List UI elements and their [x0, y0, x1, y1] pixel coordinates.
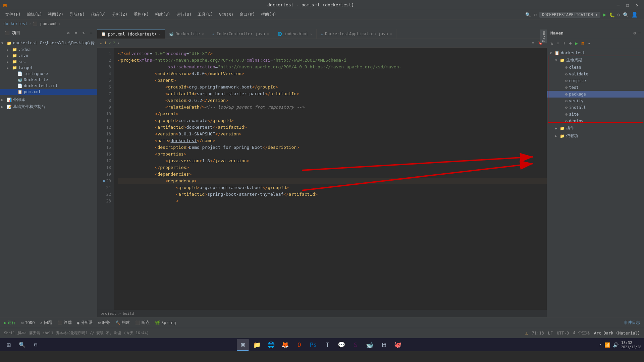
toolbar-chevron[interactable]: ▾ [117, 41, 120, 45]
taskbar-ps-icon[interactable]: Ps [307, 339, 319, 351]
problems-btn[interactable]: ⚠ 问题 [40, 320, 52, 325]
maven-item-plugins[interactable]: ▶ 📁 插件 [547, 124, 644, 132]
status-indent[interactable]: 4 个空格 [573, 330, 590, 336]
sidebar-item-gitignore[interactable]: ▶ 📄 .gitignore [0, 71, 97, 77]
taskbar-docker-icon[interactable]: 🐋 [364, 339, 376, 351]
search-button[interactable]: 🔍 [623, 12, 629, 17]
sidebar-item-src[interactable]: ▶ 📁 src [0, 59, 97, 65]
sidebar-item-idea[interactable]: ▶ 📁 .idea [0, 47, 97, 53]
menu-code[interactable]: 代码(O) [88, 11, 109, 18]
user-icon[interactable]: 👤 [631, 11, 638, 18]
status-position[interactable]: 71:13 [532, 331, 544, 336]
taskbar-gitkraken-icon[interactable]: 🐙 [392, 339, 404, 351]
title-bar-controls[interactable]: ─ ❐ ✕ [615, 2, 641, 8]
code-content[interactable]: <?xml version="1.0" encoding="UTF-8"?> <… [114, 48, 547, 310]
debug-button[interactable]: 🐛 [609, 12, 615, 17]
maven-item-validate[interactable]: ▶ ⚙ validate [547, 71, 644, 77]
taskbar-intellij-icon[interactable]: ▣ [237, 339, 249, 351]
breakpoints-btn[interactable]: ⬛ 断点 [135, 320, 150, 325]
status-lineending[interactable]: LF [548, 331, 553, 336]
taskbar-network-icon[interactable]: 📶 [604, 342, 610, 348]
breadcrumb-project[interactable]: dockertest [3, 21, 28, 26]
sidebar-item-iml[interactable]: ▶ 📄 dockertest.iml [0, 83, 97, 89]
tab-pomxml[interactable]: 📋 pom.xml (dockertest) ✕ [97, 29, 165, 39]
search-everywhere-icon[interactable]: 🔍 [525, 12, 531, 17]
services-btn[interactable]: ⚙ 服务 [98, 320, 110, 325]
sidebar-item-dockertest[interactable]: ▼ 📁 dockertest C:\Users\Jie\Desktop\传 [0, 40, 97, 47]
build-btn[interactable]: 🔨 构建 [115, 320, 130, 325]
maven-item-verify[interactable]: ▶ ⚙ verify [547, 98, 644, 104]
taskbar-taskview-icon[interactable]: ⊟ [30, 339, 42, 351]
maven-item-install[interactable]: ▶ ⚙ install [547, 104, 644, 111]
run-button[interactable]: ▶ [603, 11, 606, 18]
settings-button[interactable]: ⚙ [618, 12, 620, 17]
menu-tools[interactable]: 工具(L) [195, 11, 216, 18]
tab-dockerfile[interactable]: 🐋 Dockerfile ✕ [165, 29, 208, 39]
terminal-btn[interactable]: ⬛ 终端 [57, 320, 72, 325]
menu-build[interactable]: 构建(B) [152, 11, 173, 18]
maven-item-test[interactable]: ▶ ⚙ test [547, 84, 644, 91]
maven-settings-icon[interactable]: ⚙ [633, 31, 636, 36]
taskbar-clock[interactable]: 18:322021/12/28 [621, 341, 641, 349]
sidebar-close-icon[interactable]: ─ [88, 30, 94, 36]
status-encoding[interactable]: UTF-8 [557, 331, 569, 336]
maven-run-icon[interactable]: ▶ [574, 40, 579, 47]
structure-icon[interactable]: ≡ [530, 41, 535, 46]
spring-btn[interactable]: 🌿 Spring [155, 320, 176, 325]
menu-file[interactable]: 文件(F) [3, 11, 23, 18]
tab-indexcontroller[interactable]: ☕ IndexController.java ✕ [208, 29, 273, 39]
sidebar-item-pomxml[interactable]: ▶ 📋 pom.xml [0, 89, 97, 95]
tab-indexhtml-close[interactable]: ✕ [310, 32, 312, 36]
windows-start-button[interactable]: ⊞ [3, 339, 15, 351]
maven-refresh-icon[interactable]: ↻ [549, 40, 554, 47]
menu-vcs[interactable]: VCS(S) [216, 11, 236, 18]
taskbar-office-icon[interactable]: O [293, 339, 305, 351]
maven-item-package[interactable]: ▶ ⚙ package [547, 91, 644, 98]
sidebar-item-target[interactable]: ▶ 📁 target [0, 65, 97, 71]
maven-item-deploy[interactable]: ▶ ⚙ deploy [547, 118, 644, 124]
menu-view[interactable]: 视图(V) [45, 11, 66, 18]
maven-download-icon[interactable]: ⬇ [555, 40, 560, 47]
tab-dockerfile-close[interactable]: ✕ [202, 32, 204, 36]
tab-dockertestapp[interactable]: ☕ DockertestApplication.java ✕ [317, 29, 396, 39]
maven-item-clean[interactable]: ▶ ⚙ clean [547, 64, 644, 71]
menu-refactor[interactable]: 重构(R) [131, 11, 152, 18]
taskbar-system-tray[interactable]: ∧ [599, 343, 602, 347]
taskbar-search-icon[interactable]: 🔍 [16, 339, 28, 351]
taskbar-typora-icon[interactable]: T [321, 339, 333, 351]
maven-minimize-icon[interactable]: ─ [638, 31, 641, 36]
maximize-button[interactable]: ❐ [624, 2, 631, 8]
todo-btn[interactable]: ☑ TODO [21, 320, 35, 325]
navbar-icon[interactable]: ⚙ [534, 12, 536, 17]
menu-analyze[interactable]: 分析(Z) [109, 11, 130, 18]
taskbar-firefox-icon[interactable]: 🦊 [279, 339, 291, 351]
taskbar-slack-icon[interactable]: S [350, 339, 362, 351]
tab-dockertestapp-close[interactable]: ✕ [390, 32, 392, 36]
taskbar-teams-icon[interactable]: 💬 [335, 339, 347, 351]
menu-help[interactable]: 帮助(H) [258, 11, 279, 18]
sidebar-layout-icon[interactable]: ≡ [73, 30, 79, 36]
tab-pomxml-close[interactable]: ✕ [159, 32, 161, 36]
run-config-dropdown[interactable]: DOCKERTESTAPPLICATION ▾ [539, 12, 600, 18]
maven-item-site[interactable]: ▶ ⚙ site [547, 111, 644, 118]
menu-window[interactable]: 窗口(W) [237, 11, 258, 18]
sidebar-gear-icon[interactable]: ⚙ [65, 30, 72, 36]
maven-download2-icon[interactable]: ⬇ [561, 40, 567, 47]
sidebar-item-extlibs[interactable]: ▶ 📊 外部库 [0, 96, 97, 103]
maven-item-lifecycle[interactable]: ▼ 📁 生命周期 [547, 56, 644, 64]
taskbar-explorer-icon[interactable]: 📁 [251, 339, 263, 351]
sidebar-expand-icon[interactable]: ⇅ [80, 30, 87, 36]
close-button[interactable]: ✕ [634, 2, 641, 8]
maven-item-dockertest[interactable]: ▼ 📋 dockertest [547, 50, 644, 56]
maven-item-compile[interactable]: ▶ ⚙ compile [547, 77, 644, 84]
menu-navigate[interactable]: 导航(N) [67, 11, 88, 18]
maven-jump-icon[interactable]: ⇥ [586, 40, 592, 47]
maven-m-icon[interactable]: m [580, 40, 585, 47]
breadcrumb-file[interactable]: ⬛ pom.xml [33, 21, 57, 26]
sidebar-item-dockerfile[interactable]: ▶ 🐋 Dockerfile [0, 77, 97, 83]
menu-edit[interactable]: 编辑(E) [24, 11, 45, 18]
sidebar-item-mvn[interactable]: ▶ 📁 .mvn [0, 53, 97, 59]
tab-indexcontroller-close[interactable]: ✕ [267, 32, 269, 36]
sidebar-item-scratches[interactable]: ▶ 📝 草稿文件和控制台 [0, 103, 97, 110]
maven-add-icon[interactable]: + [568, 40, 573, 47]
